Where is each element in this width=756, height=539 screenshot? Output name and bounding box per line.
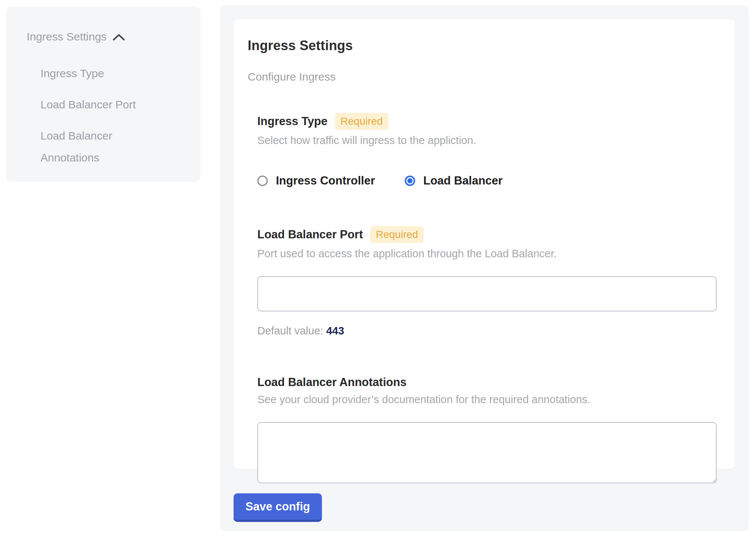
sidebar-item-load-balancer-port[interactable]: Load Balancer Port	[40, 94, 163, 115]
load-balancer-port-label: Load Balancer Port	[257, 228, 363, 241]
settings-nav-sidebar: Ingress Settings Ingress Type Load Balan…	[6, 7, 201, 182]
required-badge: Required	[335, 113, 388, 130]
ingress-type-label: Ingress Type	[257, 115, 328, 128]
ingress-type-radio-group: Ingress Controller Load Balancer	[257, 174, 717, 187]
save-config-button[interactable]: Save config	[234, 493, 322, 522]
radio-selected-icon[interactable]	[405, 176, 415, 186]
ingress-settings-panel: Ingress Settings Configure Ingress Ingre…	[220, 5, 749, 532]
load-balancer-port-section: Load Balancer Port Required Port used to…	[257, 226, 717, 337]
default-value-text: Default value: 443	[257, 325, 717, 337]
load-balancer-annotations-section: Load Balancer Annotations See your cloud…	[257, 376, 717, 483]
page-title: Ingress Settings	[248, 38, 717, 53]
radio-option-label: Ingress Controller	[276, 174, 375, 187]
load-balancer-port-description: Port used to access the application thro…	[257, 248, 717, 260]
radio-unselected-icon[interactable]	[257, 176, 268, 186]
ingress-settings-card: Ingress Settings Configure Ingress Ingre…	[234, 19, 735, 469]
radio-option-ingress-controller[interactable]: Ingress Controller	[257, 174, 375, 187]
sidebar-item-list: Ingress Type Load Balancer Port Load Bal…	[27, 62, 189, 169]
chevron-up-icon	[113, 33, 125, 42]
ingress-type-description: Select how traffic will ingress to the a…	[257, 134, 717, 147]
radio-option-load-balancer[interactable]: Load Balancer	[405, 174, 503, 187]
required-badge: Required	[370, 226, 424, 243]
default-value-label: Default value:	[257, 325, 323, 337]
radio-option-label: Load Balancer	[423, 174, 503, 187]
load-balancer-annotations-description: See your cloud provider’s documentation …	[257, 393, 717, 406]
page-subtitle: Configure Ingress	[248, 71, 717, 83]
load-balancer-annotations-textarea[interactable]	[257, 422, 717, 483]
sidebar-group-ingress-settings[interactable]: Ingress Settings	[27, 30, 189, 43]
sidebar-group-label: Ingress Settings	[27, 30, 107, 43]
ingress-type-section: Ingress Type Required Select how traffic…	[257, 113, 717, 187]
load-balancer-port-input[interactable]	[257, 276, 717, 311]
sidebar-item-load-balancer-annotations[interactable]: Load Balancer Annotations	[40, 125, 163, 169]
sidebar-item-ingress-type[interactable]: Ingress Type	[40, 62, 163, 84]
load-balancer-annotations-label: Load Balancer Annotations	[257, 376, 407, 389]
default-value-number: 443	[326, 325, 344, 337]
